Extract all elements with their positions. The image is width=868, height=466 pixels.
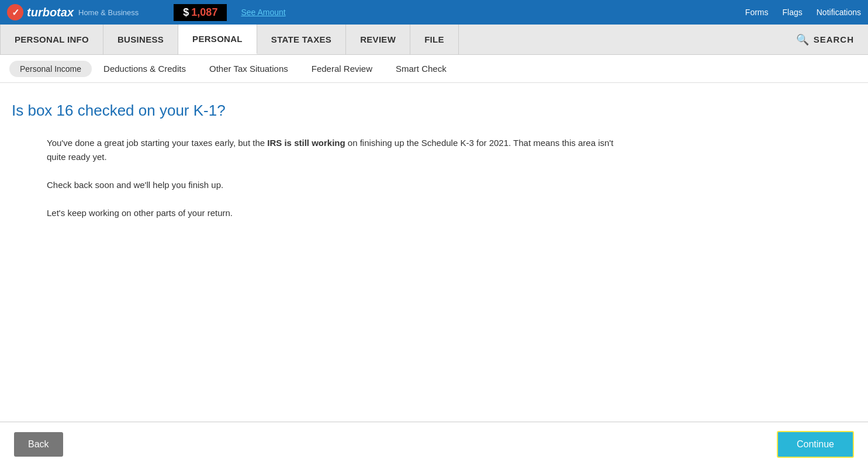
page-title: Is box 16 checked on your K-1? <box>12 102 845 120</box>
refund-amount: 1,087 <box>191 6 217 19</box>
search-area[interactable]: 🔍 SEARCH <box>796 25 868 54</box>
paragraph-1-text-before: You've done a great job starting your ta… <box>47 138 267 148</box>
sub-nav-smart-check[interactable]: Smart Check <box>384 55 458 82</box>
footer: Back Continue <box>0 422 868 466</box>
nav-business[interactable]: BUSINESS <box>103 25 178 54</box>
flags-link[interactable]: Flags <box>783 8 803 17</box>
nav-personal[interactable]: PERSONAL <box>178 25 257 54</box>
nav-state-taxes[interactable]: STATE TAXES <box>257 25 346 54</box>
paragraph-1: You've done a great job starting your ta… <box>47 136 631 164</box>
sub-nav-personal-income[interactable]: Personal Income <box>9 61 92 77</box>
sub-nav-deductions-credits[interactable]: Deductions & Credits <box>92 55 198 82</box>
search-label: SEARCH <box>814 34 854 44</box>
top-right-nav: Forms Flags Notifications <box>745 8 861 17</box>
sub-nav-other-tax-situations[interactable]: Other Tax Situations <box>198 55 300 82</box>
logo-text: turbotax <box>27 6 74 19</box>
notifications-link[interactable]: Notifications <box>817 8 861 17</box>
nav-review[interactable]: REVIEW <box>346 25 410 54</box>
sub-nav-federal-review[interactable]: Federal Review <box>300 55 384 82</box>
paragraph-3: Let's keep working on other parts of you… <box>47 206 631 220</box>
see-amount-button[interactable]: See Amount <box>229 5 297 19</box>
content-body: You've done a great job starting your ta… <box>47 136 631 220</box>
top-bar: ✓ turbotax Home & Business $ 1,087 See A… <box>0 0 868 25</box>
logo-area: ✓ turbotax Home & Business <box>7 4 139 20</box>
continue-button[interactable]: Continue <box>777 431 854 458</box>
turbotax-check-icon: ✓ <box>7 4 23 20</box>
forms-link[interactable]: Forms <box>745 8 769 17</box>
main-nav: PERSONAL INFO BUSINESS PERSONAL STATE TA… <box>0 25 868 55</box>
main-content: Is box 16 checked on your K-1? You've do… <box>0 83 868 410</box>
paragraph-1-bold: IRS is still working <box>267 138 345 148</box>
sub-nav: Personal Income Deductions & Credits Oth… <box>0 55 868 83</box>
nav-personal-info[interactable]: PERSONAL INFO <box>0 25 103 54</box>
paragraph-2: Check back soon and we'll help you finis… <box>47 178 631 192</box>
nav-file[interactable]: FILE <box>410 25 459 54</box>
refund-box: $ 1,087 <box>174 4 227 21</box>
search-icon: 🔍 <box>796 33 809 46</box>
logo-subtitle: Home & Business <box>78 8 139 17</box>
refund-symbol: $ <box>183 6 189 19</box>
back-button[interactable]: Back <box>14 432 63 457</box>
